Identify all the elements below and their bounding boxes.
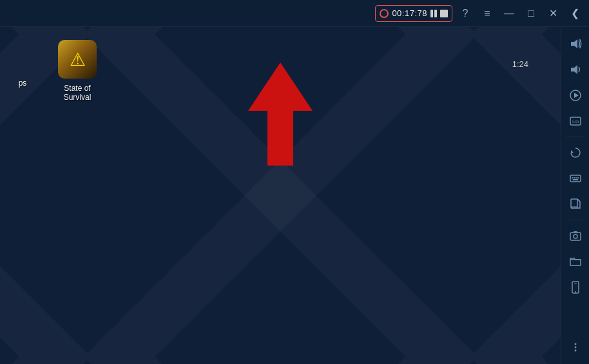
svg-rect-12 [577, 177, 579, 178]
screen-record-icon[interactable]: 1:01 [564, 110, 587, 133]
keyboard-icon[interactable] [564, 167, 587, 190]
svg-marker-1 [571, 39, 577, 48]
maximize-button[interactable]: □ [522, 5, 540, 23]
recorder-widget[interactable]: 00:17:78 [375, 5, 452, 22]
rec-indicator-icon [380, 9, 389, 18]
svg-text:APK: APK [571, 206, 577, 209]
svg-rect-21 [574, 283, 577, 283]
svg-rect-13 [572, 179, 578, 180]
rec-time-display: 00:17:78 [392, 8, 427, 18]
svg-text:1:01: 1:01 [572, 120, 579, 124]
app-icon-image [58, 40, 97, 79]
pause-button[interactable] [430, 10, 437, 17]
back-button[interactable]: ❮ [566, 5, 584, 23]
app-icon-state-of-survival[interactable]: State of Survival [52, 40, 103, 102]
right-sidebar: 1:01 APK [561, 27, 589, 364]
volume-up-icon[interactable] [564, 32, 587, 55]
menu-button[interactable]: ≡ [478, 5, 496, 23]
svg-rect-10 [574, 177, 575, 178]
apps-partial-label: ps [19, 79, 27, 88]
minimize-button[interactable]: — [500, 5, 518, 23]
svg-rect-8 [570, 175, 581, 182]
main-area: 1:24 ps State of Survival [0, 27, 589, 364]
sidebar-divider-1 [566, 137, 584, 137]
svg-rect-9 [572, 177, 573, 178]
rotate-icon[interactable] [564, 141, 587, 164]
arrow-up-icon [242, 62, 319, 166]
screenshot-icon[interactable] [564, 224, 587, 247]
app-icon-label: State of Survival [52, 84, 103, 102]
stop-button[interactable] [440, 10, 448, 17]
phone-icon[interactable] [564, 276, 587, 299]
svg-rect-11 [575, 177, 577, 178]
svg-rect-18 [574, 231, 577, 233]
svg-marker-2 [571, 65, 577, 74]
close-button[interactable]: ✕ [544, 5, 562, 23]
svg-rect-16 [570, 233, 581, 240]
svg-marker-0 [248, 62, 313, 166]
play-icon[interactable] [564, 84, 587, 107]
desktop[interactable]: 1:24 ps State of Survival [0, 27, 561, 364]
sidebar-divider-2 [566, 220, 584, 220]
svg-marker-7 [571, 150, 574, 153]
help-button[interactable]: ? [456, 5, 474, 23]
svg-point-17 [574, 235, 577, 238]
more-options-icon[interactable] [564, 336, 587, 359]
svg-point-24 [574, 350, 576, 352]
apk-icon[interactable]: APK [564, 193, 587, 216]
svg-point-20 [575, 291, 576, 292]
svg-point-22 [574, 343, 576, 345]
folder-icon[interactable] [564, 250, 587, 273]
svg-point-23 [574, 347, 576, 349]
title-bar: 00:17:78 ? ≡ — □ ✕ ❮ [0, 0, 589, 27]
volume-down-icon[interactable] [564, 58, 587, 81]
svg-marker-4 [574, 93, 579, 98]
